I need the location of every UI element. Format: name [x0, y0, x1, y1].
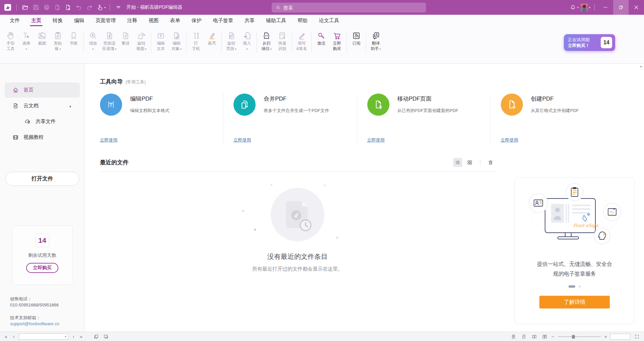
- learn-more-button[interactable]: 了解详情: [539, 296, 610, 308]
- last-page-button[interactable]: [78, 334, 84, 339]
- trial-badge-button[interactable]: 正在试用期 立即购买！ 14: [564, 34, 615, 51]
- fit-screen-icon: [634, 334, 640, 339]
- ribbon-select-button[interactable]: 选择: [18, 29, 34, 51]
- buy-now-button[interactable]: 立即购买: [26, 263, 58, 273]
- ribbon-group-divider: [346, 32, 347, 53]
- account-button[interactable]: [580, 2, 591, 13]
- zoom-out-button[interactable]: [551, 334, 554, 339]
- continuous-facing-view-button[interactable]: [541, 333, 548, 340]
- menu-item-5[interactable]: 注释: [121, 15, 143, 27]
- menu-item-7[interactable]: 表单: [164, 15, 186, 27]
- touch-mode-button[interactable]: [95, 2, 107, 13]
- zoom-in-button[interactable]: [604, 334, 607, 339]
- use-now-link[interactable]: 立即使用: [367, 137, 385, 143]
- ribbon-snapshot-button[interactable]: 截图: [34, 29, 50, 51]
- sidebar-item-3[interactable]: 视频教程: [0, 130, 85, 145]
- fit-screen-button[interactable]: [633, 333, 641, 340]
- notifications-button[interactable]: [569, 2, 580, 13]
- caret-down-icon: [270, 46, 272, 51]
- menu-item-8[interactable]: 保护: [186, 15, 207, 27]
- next-page-button[interactable]: [71, 334, 76, 339]
- facing-icon: [532, 334, 537, 339]
- ribbon-edit-object-button[interactable]: 编辑对象: [169, 29, 184, 51]
- esign-promo-card: Foxit eSign: [515, 177, 635, 324]
- ribbon-fill-sign-button[interactable]: 填写&签名: [294, 29, 310, 51]
- ribbon-highlight-button[interactable]: 高亮: [204, 29, 220, 51]
- menu-item-3[interactable]: 编辑: [68, 15, 90, 27]
- ribbon-insert-button[interactable]: 插入: [239, 29, 255, 51]
- ribbon-zoom-button[interactable]: 缩放: [85, 29, 101, 51]
- open-file-button[interactable]: [20, 2, 31, 13]
- ribbon-group-divider: [83, 32, 84, 53]
- facing-view-button[interactable]: [531, 333, 538, 340]
- search-box[interactable]: [272, 3, 426, 12]
- ribbon-bookmark-button[interactable]: 书签: [66, 29, 82, 51]
- menu-item-11[interactable]: 辅助工具: [260, 15, 292, 27]
- search-input[interactable]: [283, 5, 422, 10]
- ribbon-scanner-button[interactable]: 从扫描仪: [259, 29, 274, 51]
- ribbon-rotate-page-button[interactable]: 旋转页面: [223, 29, 239, 51]
- use-now-link[interactable]: 立即使用: [100, 137, 117, 143]
- clear-recent-button[interactable]: [486, 158, 495, 167]
- duplicate-view-button[interactable]: [102, 333, 110, 340]
- support-email-link[interactable]: support@foxitsoftware.cn: [10, 321, 85, 327]
- ribbon-edit-text-button[interactable]: 编辑文本: [153, 29, 169, 51]
- create-pdf-icon: [501, 94, 523, 116]
- ribbon-rotate-view-button[interactable]: 旋转视图: [133, 29, 149, 51]
- share-file-icon: [24, 118, 31, 125]
- menu-item-2[interactable]: 转换: [47, 15, 68, 27]
- menu-item-0[interactable]: 文件: [4, 15, 25, 27]
- menu-item-10[interactable]: 共享: [239, 15, 260, 27]
- page-number-box[interactable]: [19, 333, 68, 340]
- sparkle-icon: ＋: [269, 182, 274, 188]
- collapse-ribbon-button[interactable]: [113, 2, 124, 13]
- first-page-button[interactable]: [3, 334, 9, 339]
- use-now-link[interactable]: 立即使用: [233, 137, 251, 143]
- menu-item-13[interactable]: 论文工具: [313, 15, 345, 27]
- close-button[interactable]: [629, 0, 644, 15]
- open-file-button[interactable]: 打开文件: [5, 172, 79, 186]
- snapshot-view-button[interactable]: [93, 333, 100, 340]
- menu-item-9[interactable]: 电子签章: [207, 15, 239, 27]
- ribbon-cart-button[interactable]: 立即购买: [329, 29, 345, 51]
- grid-view-toggle[interactable]: [465, 158, 474, 167]
- touch-icon: [96, 4, 103, 11]
- zoom-slider[interactable]: [558, 334, 601, 339]
- carousel-dot[interactable]: [579, 285, 581, 288]
- menu-item-12[interactable]: 帮助: [292, 15, 313, 27]
- page-list-caret-icon[interactable]: [63, 334, 68, 339]
- zoom-slider-thumb[interactable]: [572, 335, 575, 339]
- sidebar-item-0[interactable]: 首页: [5, 82, 80, 98]
- sidebar-item-1[interactable]: 云文档: [0, 98, 85, 113]
- ribbon-typewriter-button[interactable]: 打字机: [188, 29, 204, 51]
- sidebar-item-2[interactable]: 共享文件: [0, 114, 85, 129]
- menu-item-4[interactable]: 页面管理: [90, 15, 121, 27]
- ribbon-translate-button[interactable]: 翻译助手: [368, 29, 384, 51]
- page-number-input[interactable]: [19, 334, 63, 339]
- ribbon-reflow-button[interactable]: 重排: [118, 29, 133, 51]
- zoom-level-box[interactable]: [610, 334, 630, 340]
- ribbon-subscribe-button[interactable]: 订阅: [348, 29, 364, 51]
- ribbon-label: 字机: [192, 46, 200, 51]
- ribbon-activate-button[interactable]: 激活: [313, 29, 329, 51]
- list-view-toggle[interactable]: [453, 158, 462, 167]
- ribbon-ocr-button[interactable]: OCR快速识别: [274, 29, 290, 51]
- menu-item-1[interactable]: 主页: [25, 15, 47, 27]
- use-now-link[interactable]: 立即使用: [501, 137, 518, 143]
- ribbon-clipboard-button[interactable]: 剪贴板: [50, 29, 66, 51]
- divider: [480, 160, 480, 166]
- new-document-button[interactable]: [63, 2, 73, 13]
- ribbon-fit-page-button[interactable]: 页面适应选项: [101, 29, 118, 51]
- continuous-view-button[interactable]: [520, 333, 528, 340]
- minimize-button[interactable]: [598, 0, 613, 15]
- promo-text-line1: 提供一站式、无缝流畅、安全合: [537, 259, 612, 269]
- single-page-view-button[interactable]: [510, 333, 517, 340]
- menu-item-6[interactable]: 视图: [143, 15, 164, 27]
- ribbon-hand-button[interactable]: 手型工具: [3, 29, 18, 51]
- prev-page-button[interactable]: [11, 334, 16, 339]
- scrollbar-up-arrow[interactable]: [639, 65, 643, 68]
- tool-card-title: 移动PDF页面: [397, 95, 459, 103]
- carousel-dot-active[interactable]: [569, 285, 575, 288]
- restore-button[interactable]: [613, 0, 629, 15]
- continuous-facing-icon: [542, 334, 547, 339]
